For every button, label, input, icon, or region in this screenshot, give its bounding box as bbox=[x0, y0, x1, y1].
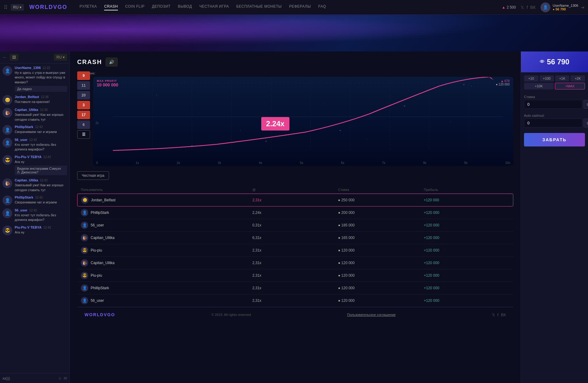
message-content: Capitan_Ulitka 12:36 Завязывай уже! Как … bbox=[15, 108, 67, 122]
player-cell: 😊 Jordan_Belfast bbox=[81, 196, 252, 204]
message-content: UserName_1306 12:22 Ну я здесь с утра и … bbox=[15, 66, 67, 92]
nav-right: ▲ 2 500 𝕏 f ВК 👤 UserName_1306 ● 56 790 … bbox=[502, 2, 584, 12]
svg-point-15 bbox=[463, 84, 465, 85]
chat-message: 👤 UserName_1306 12:22 Ну я здесь с утра … bbox=[2, 66, 67, 92]
autocashout-input[interactable] bbox=[524, 119, 582, 127]
online-count: ▲ 2 500 bbox=[502, 5, 516, 9]
footer-twitter-icon[interactable]: 𝕏 bbox=[492, 313, 495, 317]
nav-faq[interactable]: FAQ bbox=[318, 4, 326, 10]
avatar: 👤 bbox=[81, 222, 88, 229]
nav-fairgame[interactable]: ЧЕСТНАЯ ИГРА bbox=[199, 4, 229, 10]
col-at: @ bbox=[252, 188, 338, 192]
chat-text: Ага ну bbox=[15, 160, 67, 164]
grid-menu-icon[interactable]: ⠿ bbox=[4, 4, 8, 11]
avatar: 😎 bbox=[2, 226, 12, 235]
bet-btn-1k[interactable]: +1K bbox=[555, 75, 570, 82]
chat-username: Piu-Piu V TEBYA bbox=[15, 155, 42, 159]
fair-game-button[interactable]: Честная игра bbox=[77, 171, 109, 180]
hero-blur-effect bbox=[0, 15, 588, 51]
chat-username: Piu-Piu V TEBYA bbox=[15, 226, 42, 229]
svg-marker-16 bbox=[488, 77, 493, 80]
nav-referrals[interactable]: РЕФЕРАЛЫ bbox=[289, 4, 311, 10]
bet-btn-10k[interactable]: +10K bbox=[524, 83, 554, 89]
nav-crash[interactable]: CRASH bbox=[104, 4, 118, 10]
stake-input-row: Clear bbox=[524, 100, 585, 109]
player-name: Piu-piu bbox=[91, 273, 102, 278]
avatar: 👤 bbox=[2, 195, 12, 205]
bet-btn-max[interactable]: +MAX bbox=[555, 83, 585, 89]
player-name: Capitan_Ulitka bbox=[91, 261, 115, 265]
multiplier: 2,31x bbox=[252, 198, 338, 202]
multiplier: 2,31x bbox=[252, 298, 338, 303]
twitter-icon[interactable]: 𝕏 bbox=[521, 5, 524, 10]
chat-sidebar: ← 🖼 RU ▾ 👤 UserName_1306 12:22 Ну я здес… bbox=[0, 51, 70, 383]
max-profit-info: MAX PROFIT 10 000 000 bbox=[97, 79, 118, 87]
autocashout-clear-button[interactable]: Clear bbox=[583, 119, 588, 127]
chat-username: PhillipStark bbox=[15, 125, 33, 129]
bet-btn-100[interactable]: +100 bbox=[540, 75, 554, 82]
nav-coinflip[interactable]: COIN FLIP bbox=[125, 4, 145, 10]
avatar: 👤 bbox=[81, 297, 88, 304]
bet-btn-2k[interactable]: +2K bbox=[571, 75, 585, 82]
chat-reply: Видели инстаграмм Сэмуэл Л. Джексона? bbox=[15, 165, 67, 175]
emoji-icon[interactable]: ☺ bbox=[58, 376, 62, 381]
avatar: 🐌 bbox=[2, 108, 12, 118]
nav-roulette[interactable]: РУЛЕТКА bbox=[80, 4, 97, 10]
nav-withdraw[interactable]: ВЫВОД bbox=[178, 4, 192, 10]
chat-message: 👤 PhillipStark 12:42 Сворачиваем чат и и… bbox=[2, 125, 67, 135]
svg-point-13 bbox=[340, 130, 341, 131]
footer-vk-icon[interactable]: ВК bbox=[501, 313, 506, 317]
send-icon[interactable]: ✉ bbox=[64, 376, 67, 381]
recent-num-menu[interactable]: ☰ bbox=[77, 130, 90, 139]
svg-point-12 bbox=[266, 141, 267, 142]
sidebar-lang-selector[interactable]: RU ▾ bbox=[54, 54, 67, 61]
message-content: PhillipStark 12:42 Сворачиваем чат и игр… bbox=[15, 195, 67, 205]
language-selector[interactable]: RU ▾ bbox=[11, 4, 24, 11]
chat-time: 12:42 bbox=[35, 125, 43, 129]
take-button[interactable]: ЗАБРАТЬ bbox=[524, 133, 585, 146]
settings-icon[interactable]: ⇥ bbox=[581, 5, 584, 10]
autocashout-label: Auto cashout: bbox=[524, 114, 585, 117]
stake: ● 250 000 bbox=[338, 198, 424, 202]
message-content: Jordan_Belfast 12:36 Поставьте на красно… bbox=[15, 95, 67, 105]
user-profile[interactable]: 👤 UserName_1306 ● 56 790 ⇥ bbox=[541, 2, 584, 12]
stake-input[interactable] bbox=[524, 100, 582, 109]
recent-num-3: 3 bbox=[77, 101, 90, 109]
footer: WORLDVGO © 2019. All rights reserved Пол… bbox=[77, 307, 513, 322]
player-cell: 👤 56_user bbox=[81, 297, 252, 304]
message-header: Piu-Piu V TEBYA 12:42 bbox=[15, 155, 67, 159]
stake: ● 165 000 bbox=[338, 236, 424, 240]
col-user: Пользователь bbox=[81, 188, 252, 192]
chat-text: Кто хочет тут побегать без допинга мараф… bbox=[15, 213, 67, 222]
avatar: 😊 bbox=[81, 196, 89, 204]
message-content: Piu-Piu V TEBYA 12:42 Ага ну bbox=[15, 226, 67, 235]
autocashout-section: Auto cashout: Clear bbox=[521, 111, 588, 130]
nav-deposit[interactable]: ДЕПОЗИТ bbox=[152, 4, 171, 10]
profit: +120 000 bbox=[424, 223, 510, 227]
current-multiplier: 2.24x bbox=[261, 117, 289, 131]
player-name: 56_user bbox=[91, 223, 104, 227]
image-button[interactable]: 🖼 bbox=[10, 54, 18, 61]
sound-button[interactable]: 🔊 bbox=[106, 58, 118, 66]
table-row: 😎 Piu-piu 2,31x ● 120 000 +120 000 bbox=[77, 269, 513, 282]
message-header: Jordan_Belfast 12:36 bbox=[15, 95, 67, 99]
footer-logo-world: WORLD bbox=[85, 312, 104, 317]
message-content: PhillipStark 12:42 Сворачиваем чат и игр… bbox=[15, 125, 67, 135]
player-name: Piu-piu bbox=[91, 248, 102, 252]
stake-clear-button[interactable]: Clear bbox=[583, 100, 588, 109]
avatar: 👤 bbox=[541, 2, 550, 12]
bet-btn-10[interactable]: +10 bbox=[524, 75, 538, 82]
top-navigation: ⠿ RU ▾ WORLDVGO РУЛЕТКА CRASH COIN FLIP … bbox=[0, 0, 588, 15]
chat-username: 56_user bbox=[15, 138, 28, 142]
nav-freecoins[interactable]: БЕСПЛАТНЫЕ МОНЕТЫ bbox=[236, 4, 282, 10]
vk-icon[interactable]: ВК bbox=[530, 5, 536, 10]
footer-user-agreement[interactable]: Пользовательское соглашение bbox=[347, 313, 396, 317]
avatar: 👤 bbox=[2, 208, 12, 218]
player-cell: 😎 Piu-piu bbox=[81, 272, 252, 279]
back-icon[interactable]: ← bbox=[2, 55, 7, 60]
chat-input[interactable] bbox=[2, 376, 56, 381]
chat-time: 12:42 bbox=[40, 179, 47, 182]
facebook-icon[interactable]: f bbox=[526, 5, 528, 10]
footer-facebook-icon[interactable]: f bbox=[497, 313, 499, 317]
chat-text: Поставьте на красное! bbox=[15, 100, 67, 104]
